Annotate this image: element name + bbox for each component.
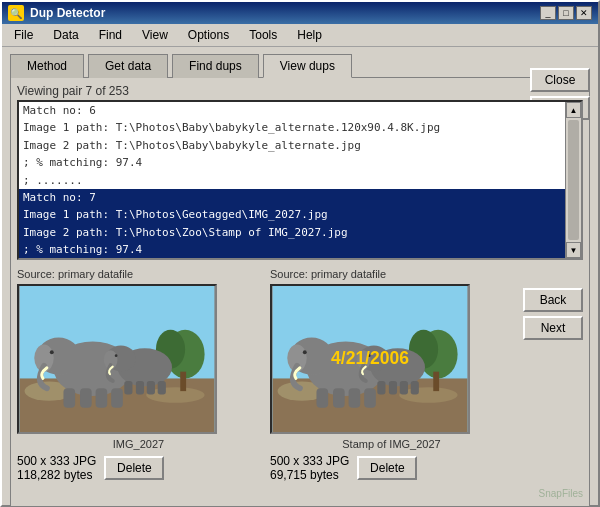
left-image-panel: Source: primary datafile [17,268,260,482]
svg-rect-14 [111,388,123,407]
svg-point-33 [303,350,307,354]
menu-file[interactable]: File [6,26,41,44]
tab-content-border: Viewing pair 7 of 253 Match no: 6 Image … [10,77,590,507]
svg-rect-13 [96,388,108,407]
tab-find-dups[interactable]: Find dups [172,54,259,78]
list-item[interactable]: ; % matching: 97.4 [19,154,565,171]
svg-rect-45 [411,381,419,395]
list-item-selected[interactable]: Image 1 path: T:\Photos\Geotagged\IMG_20… [19,206,565,223]
date-overlay-text: 4/21/2006 [331,348,409,368]
images-area: Source: primary datafile [17,268,583,482]
right-elephant-image: 4/21/2006 [272,286,468,432]
svg-rect-20 [136,381,144,395]
svg-rect-6 [180,372,186,391]
app-icon: 🔍 [8,5,24,21]
right-image-info: 500 x 333 JPG 69,715 bytes [270,454,349,482]
left-image-dimensions: 500 x 333 JPG [17,454,96,468]
back-button[interactable]: Back [523,288,583,312]
left-elephant-image [19,286,215,432]
svg-point-18 [115,354,118,357]
menu-view[interactable]: View [134,26,176,44]
menu-tools[interactable]: Tools [241,26,285,44]
right-image-size: 69,715 bytes [270,468,349,482]
window-close-button[interactable]: ✕ [576,6,592,20]
left-image-frame [17,284,217,434]
title-bar: 🔍 Dup Detector _ □ ✕ [2,2,598,24]
viewing-label: Viewing pair 7 of 253 [17,84,583,98]
watermark: SnapFiles [539,488,583,499]
svg-rect-37 [364,388,376,407]
svg-rect-19 [124,381,132,395]
maximize-button[interactable]: □ [558,6,574,20]
right-source-label: Source: primary datafile [270,268,513,280]
scroll-down-button[interactable]: ▼ [566,242,581,258]
svg-rect-21 [147,381,155,395]
title-controls: _ □ ✕ [540,6,592,20]
svg-rect-42 [377,381,385,395]
svg-point-10 [50,350,54,354]
list-item-selected[interactable]: ; % matching: 97.4 [19,241,565,258]
minimize-button[interactable]: _ [540,6,556,20]
list-item[interactable]: Image 1 path: T:\Photos\Baby\babykyle_al… [19,119,565,136]
list-item[interactable]: Match no: 6 [19,102,565,119]
right-image-filename: Stamp of IMG_2027 [270,438,513,450]
scroll-up-button[interactable]: ▲ [566,102,581,118]
title-bar-left: 🔍 Dup Detector [8,5,105,21]
right-image-dimensions: 500 x 333 JPG [270,454,349,468]
left-source-label: Source: primary datafile [17,268,260,280]
svg-rect-44 [400,381,408,395]
watermark-area: SnapFiles [17,486,583,500]
svg-rect-29 [433,372,439,391]
right-image-frame: 4/21/2006 [270,284,470,434]
right-image-info-row: 500 x 333 JPG 69,715 bytes Delete [270,454,513,482]
menu-data[interactable]: Data [45,26,86,44]
list-item-selected[interactable]: Match no: 7 [19,189,565,206]
menu-find[interactable]: Find [91,26,130,44]
list-content[interactable]: Match no: 6 Image 1 path: T:\Photos\Baby… [19,102,565,258]
left-delete-button[interactable]: Delete [104,456,164,480]
left-image-info: 500 x 333 JPG 118,282 bytes [17,454,96,482]
svg-point-26 [399,387,457,403]
list-item[interactable]: Image 2 path: T:\Photos\Baby\babykyle_al… [19,137,565,154]
svg-rect-43 [389,381,397,395]
list-item[interactable]: ; ....... [19,172,565,189]
left-image-filename: IMG_2027 [17,438,260,450]
scroll-thumb[interactable] [568,120,579,240]
svg-rect-36 [349,388,361,407]
left-image-size: 118,282 bytes [17,468,96,482]
tab-method[interactable]: Method [10,54,84,78]
window-title: Dup Detector [30,6,105,20]
close-button[interactable]: Close [530,68,590,92]
svg-rect-22 [158,381,166,395]
menu-options[interactable]: Options [180,26,237,44]
match-list[interactable]: Match no: 6 Image 1 path: T:\Photos\Baby… [17,100,583,260]
tab-get-data[interactable]: Get data [88,54,168,78]
left-image-info-row: 500 x 333 JPG 118,282 bytes Delete [17,454,260,482]
right-delete-button[interactable]: Delete [357,456,417,480]
list-item-selected[interactable]: Image 2 path: T:\Photos\Zoo\Stamp of IMG… [19,224,565,241]
nav-buttons: Back Next [523,268,583,340]
scrollbar[interactable]: ▲ ▼ [565,102,581,258]
svg-rect-34 [316,388,328,407]
svg-rect-12 [80,388,92,407]
right-image-panel: Source: primary datafile [270,268,513,482]
tab-view-dups[interactable]: View dups [263,54,352,78]
svg-rect-11 [63,388,75,407]
menu-bar: File Data Find View Options Tools Help [2,24,598,47]
svg-rect-35 [333,388,345,407]
main-window: 🔍 Dup Detector _ □ ✕ File Data Find View… [0,0,600,507]
next-button[interactable]: Next [523,316,583,340]
tabs-row: Method Get data Find dups View dups Clos… [2,47,598,77]
menu-help[interactable]: Help [289,26,330,44]
